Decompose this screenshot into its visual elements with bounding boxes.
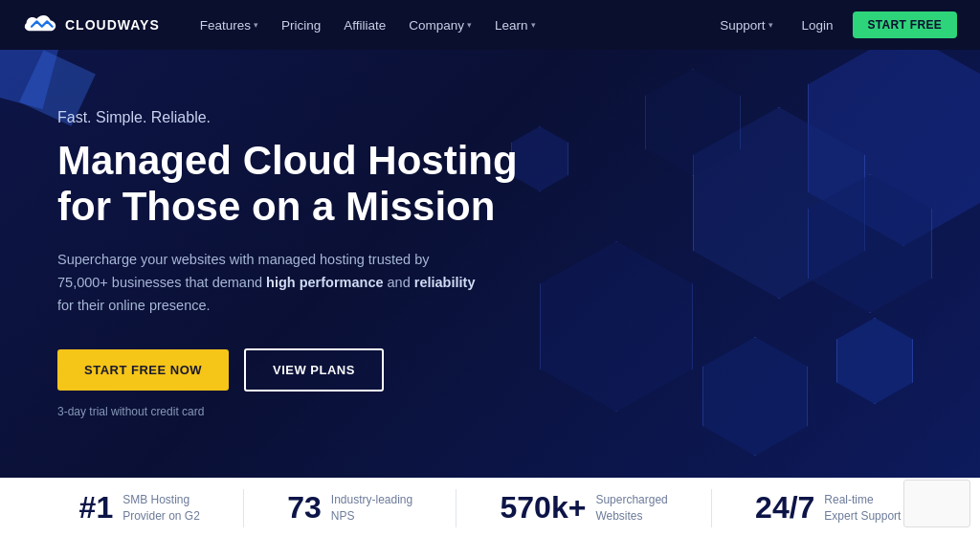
- stats-bar: #1 SMB HostingProvider on G2 73 Industry…: [0, 478, 980, 537]
- stat-divider-2: [456, 489, 457, 527]
- start-free-now-button[interactable]: START FREE NOW: [57, 349, 229, 391]
- nav-links: Features ▾ Pricing Affiliate Company ▾ L…: [190, 12, 710, 38]
- stat-label-1: SMB HostingProvider on G2: [122, 492, 200, 525]
- hex-decorations: [501, 50, 980, 478]
- hero-tagline: Fast. Simple. Reliable.: [57, 109, 518, 126]
- company-chevron-icon: ▾: [467, 20, 472, 30]
- trial-note: 3-day trial without credit card: [57, 405, 518, 418]
- stat-item-1: #1 SMB HostingProvider on G2: [79, 490, 200, 526]
- hero-section: Fast. Simple. Reliable. Managed Cloud Ho…: [0, 50, 980, 478]
- stat-number-4: 24/7: [755, 490, 814, 526]
- logo-text: CLOUDWAYS: [65, 17, 160, 33]
- stat-number-1: #1: [79, 490, 114, 526]
- hero-title: Managed Cloud Hosting for Those on a Mis…: [57, 138, 518, 231]
- hex-5: [836, 318, 913, 404]
- nav-item-affiliate[interactable]: Affiliate: [334, 12, 395, 38]
- stat-item-3: 570k+ SuperchargedWebsites: [501, 490, 668, 526]
- support-chevron-icon: ▾: [768, 20, 773, 30]
- hex-8: [702, 337, 808, 456]
- hex-4: [540, 241, 693, 412]
- view-plans-button[interactable]: VIEW PLANS: [244, 348, 384, 392]
- captcha-widget: [903, 480, 970, 527]
- support-button[interactable]: Support ▾: [710, 12, 782, 38]
- stat-item-2: 73 Industry-leadingNPS: [287, 490, 412, 526]
- stat-label-3: SuperchargedWebsites: [595, 492, 667, 525]
- nav-right: Support ▾ Login START FREE: [710, 11, 957, 38]
- cloudways-logo-icon: [23, 13, 57, 36]
- stat-label-4: Real-timeExpert Support: [824, 492, 901, 525]
- stat-number-3: 570k+: [501, 490, 587, 526]
- stat-divider-1: [243, 489, 244, 527]
- nav-item-company[interactable]: Company ▾: [399, 12, 481, 38]
- learn-chevron-icon: ▾: [531, 20, 536, 30]
- hero-content: Fast. Simple. Reliable. Managed Cloud Ho…: [57, 109, 518, 418]
- stat-divider-3: [711, 489, 712, 527]
- navbar: CLOUDWAYS Features ▾ Pricing Affiliate C…: [0, 0, 980, 50]
- hero-buttons: START FREE NOW VIEW PLANS: [57, 348, 518, 392]
- hex-7: [511, 126, 568, 191]
- stat-label-2: Industry-leadingNPS: [331, 492, 412, 525]
- nav-item-learn[interactable]: Learn ▾: [485, 12, 546, 38]
- nav-item-pricing[interactable]: Pricing: [272, 12, 330, 38]
- logo[interactable]: CLOUDWAYS: [23, 13, 160, 36]
- login-button[interactable]: Login: [791, 12, 845, 38]
- stat-item-4: 24/7 Real-timeExpert Support: [755, 490, 901, 526]
- stat-number-2: 73: [287, 490, 322, 526]
- start-free-nav-button[interactable]: START FREE: [853, 11, 957, 38]
- hero-description: Supercharge your websites with managed h…: [57, 249, 479, 318]
- features-chevron-icon: ▾: [254, 20, 258, 30]
- nav-item-features[interactable]: Features ▾: [190, 12, 268, 38]
